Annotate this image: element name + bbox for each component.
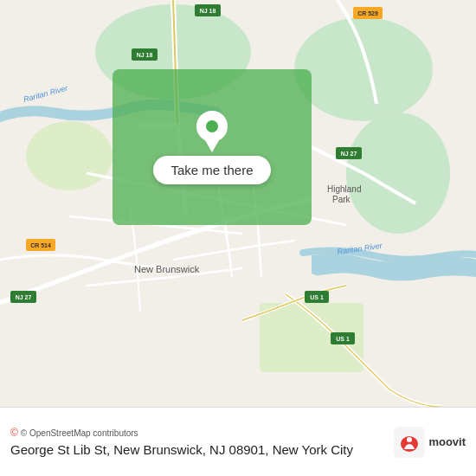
svg-text:CR 529: CR 529 bbox=[357, 10, 378, 16]
svg-point-2 bbox=[294, 17, 433, 121]
svg-text:NJ 27: NJ 27 bbox=[341, 151, 357, 157]
svg-text:US 1: US 1 bbox=[336, 336, 350, 342]
svg-text:Highland: Highland bbox=[327, 184, 361, 194]
moovit-label: moovit bbox=[428, 435, 466, 448]
svg-point-31 bbox=[407, 437, 412, 442]
svg-text:Park: Park bbox=[332, 195, 351, 204]
svg-text:NJ 18: NJ 18 bbox=[200, 8, 216, 14]
info-text-block: © © OpenStreetMap contributors George St… bbox=[10, 427, 383, 457]
svg-text:New Brunswick: New Brunswick bbox=[134, 264, 200, 274]
svg-text:CR 514: CR 514 bbox=[30, 242, 51, 248]
copyright-text: © © OpenStreetMap contributors bbox=[10, 427, 383, 439]
svg-text:US 1: US 1 bbox=[310, 294, 324, 300]
map-container: NJ 18 NJ 18 CR 529 NJ 27 NJ 27 US 1 US 1… bbox=[0, 0, 476, 407]
info-bar: © © OpenStreetMap contributors George St… bbox=[0, 407, 476, 476]
address-text: George St Lib St, New Brunswick, NJ 0890… bbox=[10, 442, 383, 457]
svg-text:NJ 27: NJ 27 bbox=[16, 294, 32, 300]
location-pin bbox=[196, 111, 228, 149]
moovit-logo: moovit bbox=[394, 427, 466, 458]
svg-point-3 bbox=[26, 121, 113, 190]
svg-text:NJ 18: NJ 18 bbox=[137, 52, 153, 58]
take-me-there-button[interactable]: Take me there bbox=[153, 156, 270, 184]
moovit-icon bbox=[394, 427, 425, 458]
map-highlight: Take me there bbox=[113, 69, 312, 225]
